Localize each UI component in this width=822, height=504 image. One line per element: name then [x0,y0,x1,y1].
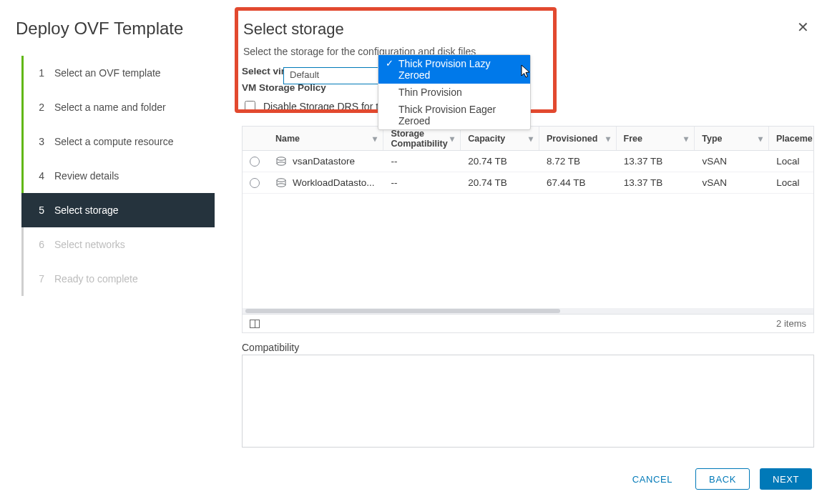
filter-icon[interactable]: ▾ [373,134,377,144]
datastore-table: Name ▾ Storage Compatibility ▾ Capacity … [242,126,814,333]
row-radio[interactable] [250,157,260,167]
row-name: WorkloadDatasto... [293,177,375,188]
table-header: Name ▾ Storage Compatibility ▾ Capacity … [243,127,813,151]
datastore-icon [275,178,287,188]
pointer-cursor-icon [519,64,532,79]
row-provisioned: 8.72 TB [539,156,617,167]
filter-icon[interactable]: ▾ [684,134,688,144]
disk-format-dropdown[interactable]: Thick Provision Lazy Zeroed Thin Provisi… [378,54,531,130]
row-capacity: 20.74 TB [461,156,539,167]
compatibility-box [242,355,814,448]
step-ready-complete[interactable]: 7 Ready to complete [21,262,215,296]
step-label: Ready to complete [54,273,138,285]
row-provisioned: 67.44 TB [539,177,617,188]
col-select [243,127,268,150]
row-name: vsanDatastore [293,156,355,167]
table-row[interactable]: WorkloadDatasto... -- 20.74 TB 67.44 TB … [243,172,813,194]
row-type: vSAN [695,156,769,167]
disk-format-option-thick-lazy[interactable]: Thick Provision Lazy Zeroed [378,55,530,84]
step-number: 3 [34,136,44,147]
table-item-count: 2 items [776,318,806,329]
step-label: Select a name and folder [54,102,166,113]
svg-point-2 [277,178,285,181]
cancel-button[interactable]: CANCEL [620,468,685,490]
panel-title: Select storage [243,20,813,39]
disable-storage-drs-checkbox[interactable] [245,101,255,112]
col-placement[interactable]: Placeme [769,127,813,150]
horizontal-scrollbar[interactable] [243,308,813,314]
step-label: Select networks [54,239,125,250]
back-button[interactable]: BACK [695,468,750,490]
filter-icon[interactable]: ▾ [529,134,533,144]
row-placement: Local [769,177,813,188]
step-review-details[interactable]: 4 Review details [21,159,215,193]
svg-point-3 [277,183,285,186]
filter-icon[interactable]: ▾ [758,134,763,144]
row-storage-compat: -- [384,156,461,167]
step-number: 1 [34,67,44,79]
step-select-name-folder[interactable]: 2 Select a name and folder [21,90,215,124]
step-number: 7 [34,273,44,285]
col-free[interactable]: Free ▾ [617,127,695,150]
step-label: Select a compute resource [54,136,174,147]
wizard-stepper: 1 Select an OVF template 2 Select a name… [21,56,215,296]
wizard-buttons: CANCEL BACK NEXT [620,468,812,490]
compatibility-label: Compatibility [242,342,299,353]
step-number: 6 [34,239,44,250]
step-select-networks[interactable]: 6 Select networks [21,227,215,262]
column-picker-icon[interactable] [250,320,260,328]
step-select-ovf-template[interactable]: 1 Select an OVF template [21,56,215,90]
row-placement: Local [769,156,813,167]
step-label: Select storage [54,204,119,216]
step-label: Select an OVF template [54,67,161,79]
step-number: 2 [34,102,44,113]
col-name[interactable]: Name ▾ [268,127,384,150]
step-number: 4 [34,170,44,182]
step-select-storage[interactable]: 5 Select storage [21,193,215,227]
col-provisioned[interactable]: Provisioned ▾ [539,127,617,150]
disk-format-option-thick-eager[interactable]: Thick Provision Eager Zeroed [378,101,530,129]
row-storage-compat: -- [384,177,461,188]
next-button[interactable]: NEXT [760,468,812,490]
row-type: vSAN [695,177,769,188]
col-type[interactable]: Type ▾ [695,127,769,150]
svg-point-1 [277,162,285,164]
row-free: 13.37 TB [617,177,695,188]
step-label: Review details [54,170,119,182]
step-number: 5 [34,204,44,216]
datastore-icon [275,157,287,167]
disk-format-option-thin[interactable]: Thin Provision [378,84,530,101]
svg-point-0 [277,157,285,159]
scrollbar-thumb[interactable] [245,309,560,313]
vm-storage-policy-value: Default [290,69,319,80]
row-capacity: 20.74 TB [461,177,539,188]
step-select-compute-resource[interactable]: 3 Select a compute resource [21,124,215,159]
page-title: Deploy OVF Template [16,19,183,39]
row-free: 13.37 TB [617,156,695,167]
row-radio[interactable] [250,178,260,188]
filter-icon[interactable]: ▾ [606,134,610,144]
table-row[interactable]: vsanDatastore -- 20.74 TB 8.72 TB 13.37 … [243,151,813,172]
filter-icon[interactable]: ▾ [450,134,454,144]
disable-storage-drs-label: Disable Storage DRS for thi [263,101,386,112]
